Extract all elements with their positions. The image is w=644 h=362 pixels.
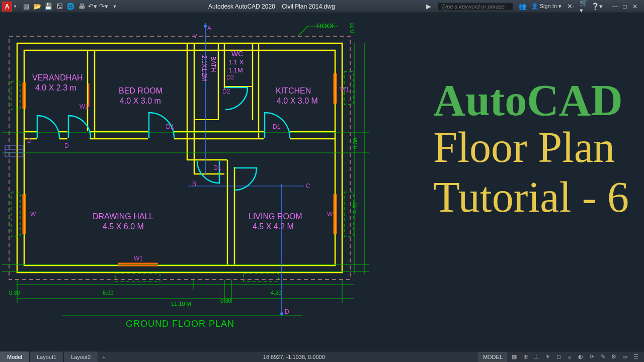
svg-text:W: W [327, 211, 333, 218]
grid-icon[interactable]: ▦ [510, 353, 518, 361]
svg-text:0.30: 0.30 [349, 23, 355, 33]
svg-rect-16 [67, 131, 90, 140]
floor-plan-drawing: VERANDHAH 4.0 X 2.3 m BED ROOM 4.0 X 3.0… [2, 23, 369, 350]
search-arrow-icon[interactable]: ▶ [425, 3, 433, 11]
osnap-icon[interactable]: ◻ [554, 353, 562, 361]
svg-text:ROOF: ROOF [317, 23, 336, 30]
quick-access-toolbar: ▤ 📂 💾 🖫 🌐 🖶 ↶▾ ↷▾ ▼ [22, 3, 119, 11]
svg-text:0.30: 0.30 [220, 298, 231, 304]
svg-text:2.1X1.2M: 2.1X1.2M [201, 55, 208, 81]
file-name: Civil Plan 2014.dwg [282, 3, 335, 10]
svg-text:4.0 X 3.0 M: 4.0 X 3.0 M [277, 97, 318, 105]
svg-text:DRAWING HALL: DRAWING HALL [93, 212, 153, 221]
status-bar: Model Layout1 Layout2 + 18.6927, -1.1038… [0, 351, 644, 362]
tab-layout2[interactable]: Layout2 [64, 351, 98, 362]
tutorial-title-overlay: AutoCAD Floor Plan Tutorial - 6 [433, 78, 629, 222]
svg-line-45 [298, 26, 308, 36]
close-button[interactable]: ✕ [631, 3, 639, 10]
svg-rect-15 [37, 131, 59, 140]
svg-text:GROUND FLOOR PLAN: GROUND FLOOR PLAN [126, 319, 234, 329]
svg-text:D1: D1 [273, 123, 281, 130]
svg-text:V: V [193, 33, 197, 40]
svg-text:0.30: 0.30 [352, 138, 358, 149]
svg-text:A: A [207, 25, 211, 32]
tab-layout1[interactable]: Layout1 [30, 351, 64, 362]
plot-icon[interactable]: 🖶 [77, 3, 86, 11]
clean-screen-icon[interactable]: ▭ [621, 353, 629, 361]
svg-text:0.30: 0.30 [9, 290, 20, 296]
exchange-icon[interactable]: ✕· [567, 3, 575, 11]
minimize-button[interactable]: — [611, 3, 619, 10]
drawing-canvas[interactable]: VERANDHAH 4.0 X 2.3 m BED ROOM 4.0 X 3.0… [0, 13, 644, 351]
status-right-tools: MODEL ▦ ⊞ ⊥ ✶ ◻ ≡ ◐ ⟳ ✎ ⚙ ▭ ☰ [478, 352, 644, 361]
svg-text:D2: D2 [222, 88, 230, 95]
svg-rect-0 [9, 36, 350, 280]
cart-icon[interactable]: 🛒▾ [580, 3, 588, 11]
sign-in-link[interactable]: 👤 Sign In ▾ [531, 3, 561, 10]
app-logo-icon[interactable]: A [2, 2, 12, 12]
svg-rect-62 [244, 274, 279, 282]
app-name: Autodesk AutoCAD 2020 [208, 3, 275, 10]
help-icon[interactable]: ❔▾ [593, 3, 601, 11]
svg-text:11.10 M: 11.10 M [171, 301, 191, 307]
ortho-icon[interactable]: ⊥ [532, 353, 540, 361]
title-right-tools: ▶ 👥 👤 Sign In ▾ ✕· 🛒▾ ❔▾ — □ ✕ [425, 2, 639, 11]
overlay-line1: AutoCAD [433, 78, 629, 123]
svg-text:1.1M: 1.1M [228, 66, 243, 74]
web-icon[interactable]: 🌐 [66, 3, 74, 11]
overlay-line3: Tutorial - 6 [433, 172, 629, 222]
annotation-icon[interactable]: ✎ [599, 353, 607, 361]
account-icon[interactable]: 👥 [518, 3, 526, 11]
svg-rect-63 [5, 146, 23, 157]
svg-rect-17 [148, 131, 174, 140]
polar-icon[interactable]: ✶ [543, 353, 551, 361]
new-icon[interactable]: ▤ [22, 3, 30, 11]
svg-text:W1: W1 [340, 86, 349, 93]
undo-icon[interactable]: ↶▾ [89, 3, 97, 11]
svg-text:D: D [27, 137, 32, 144]
svg-text:D2: D2 [226, 74, 234, 81]
layout-tabs: Model Layout1 Layout2 + [0, 351, 110, 362]
svg-rect-61 [116, 274, 160, 282]
svg-text:BED ROOM: BED ROOM [119, 86, 163, 95]
transparency-icon[interactable]: ◐ [577, 353, 585, 361]
lineweight-icon[interactable]: ≡ [566, 353, 574, 361]
svg-rect-59 [344, 192, 353, 236]
save-icon[interactable]: 💾 [44, 3, 52, 11]
title-bar: A ▤ 📂 💾 🖫 🌐 🖶 ↶▾ ↷▾ ▼ Autodesk AutoCAD 2… [0, 0, 644, 13]
svg-point-29 [280, 312, 283, 315]
svg-text:4.5 X 6.0 M: 4.5 X 6.0 M [103, 222, 144, 231]
svg-text:BATH: BATH [210, 56, 217, 72]
qat-dropdown-icon[interactable]: ▼ [111, 3, 119, 11]
customize-icon[interactable]: ☰ [632, 353, 640, 361]
redo-icon[interactable]: ↷▾ [100, 3, 108, 11]
svg-text:1.1 X: 1.1 X [228, 58, 244, 66]
tab-model[interactable]: Model [0, 351, 30, 362]
svg-rect-2 [24, 50, 335, 265]
svg-text:C: C [306, 183, 310, 190]
search-input[interactable] [438, 2, 513, 11]
svg-rect-57 [11, 81, 20, 110]
svg-text:4.0 X 3.0 m: 4.0 X 3.0 m [120, 97, 161, 105]
saveas-icon[interactable]: 🖫 [55, 3, 63, 11]
maximize-button[interactable]: □ [621, 3, 629, 10]
svg-text:6.00: 6.00 [103, 290, 113, 296]
cycling-icon[interactable]: ⟳ [588, 353, 596, 361]
svg-text:4.0 X 2.3 m: 4.0 X 2.3 m [35, 83, 76, 92]
svg-text:KITCHEN: KITCHEN [276, 86, 311, 95]
svg-text:4.5 X 4.2 M: 4.5 X 4.2 M [253, 222, 294, 231]
svg-text:B: B [192, 180, 196, 188]
svg-text:4.20: 4.20 [271, 290, 281, 296]
svg-rect-18 [264, 131, 290, 140]
open-icon[interactable]: 📂 [33, 3, 41, 11]
tab-add-button[interactable]: + [98, 351, 109, 362]
svg-text:D1: D1 [166, 123, 174, 130]
coordinate-readout: 18.6927, -1.1038, 0.0000 [110, 354, 478, 360]
window-title: Autodesk AutoCAD 2020 Civil Plan 2014.dw… [119, 3, 425, 10]
svg-rect-60 [11, 192, 20, 236]
svg-text:D: D [285, 308, 289, 315]
workspace-icon[interactable]: ⚙ [610, 353, 618, 361]
model-space-button[interactable]: MODEL [478, 352, 507, 361]
sign-in-label: Sign In [540, 3, 557, 9]
snap-icon[interactable]: ⊞ [521, 353, 529, 361]
